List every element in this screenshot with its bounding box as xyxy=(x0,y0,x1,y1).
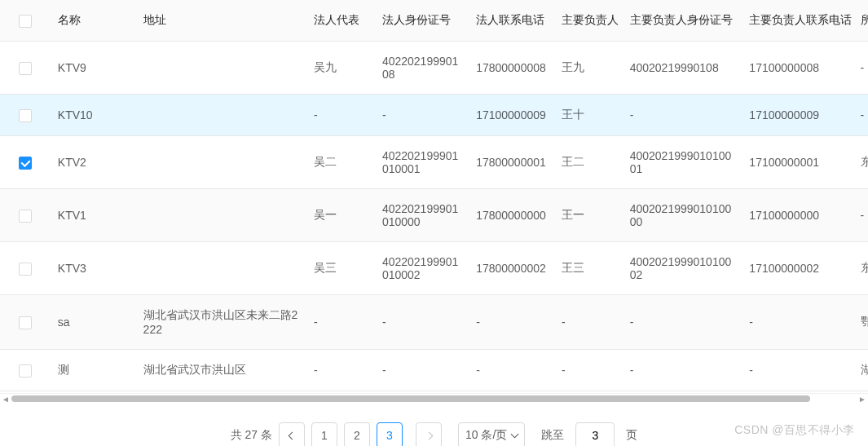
cell-principal: 王二 xyxy=(555,136,623,189)
header-principal-id: 主要负责人身份证号 xyxy=(623,0,743,42)
cell-region: 鄂州 xyxy=(854,295,868,350)
jump-suffix: 页 xyxy=(626,428,637,443)
row-checkbox[interactable] xyxy=(19,62,32,75)
cell-legal-rep: 吴三 xyxy=(307,242,376,295)
cell-region: - xyxy=(854,95,868,136)
cell-principal: - xyxy=(555,350,623,391)
page-size-label: 10 条/页 xyxy=(465,428,507,443)
next-page-button[interactable] xyxy=(416,422,442,446)
row-checkbox-cell xyxy=(0,295,51,350)
cell-legal-phone: 17100000009 xyxy=(469,95,555,136)
chevron-left-icon xyxy=(288,431,296,439)
row-checkbox-cell xyxy=(0,136,51,189)
cell-principal-phone: 17100000009 xyxy=(742,95,853,136)
row-checkbox[interactable] xyxy=(19,109,32,122)
cell-principal-phone: 17100000008 xyxy=(742,42,853,95)
cell-name: KTV9 xyxy=(51,42,137,95)
header-principal-phone: 主要负责人联系电话 xyxy=(742,0,853,42)
header-region: 所属 xyxy=(854,0,868,42)
table-body: KTV9吴九4022021999010817800000008王九4002021… xyxy=(0,42,868,391)
row-checkbox[interactable] xyxy=(19,210,32,223)
table-row[interactable]: KTV1吴一40220219990101000017800000000王一400… xyxy=(0,189,868,242)
table-row[interactable]: KTV9吴九4022021999010817800000008王九4002021… xyxy=(0,42,868,95)
page-size-select[interactable]: 10 条/页 xyxy=(458,422,525,446)
row-checkbox-cell xyxy=(0,242,51,295)
cell-legal-id: - xyxy=(376,295,469,350)
cell-legal-rep: 吴一 xyxy=(307,189,376,242)
row-checkbox[interactable] xyxy=(19,263,32,276)
cell-legal-phone: 17800000002 xyxy=(469,242,555,295)
header-name: 名称 xyxy=(51,0,137,42)
row-checkbox-cell xyxy=(0,350,51,391)
header-legal-phone: 法人联系电话 xyxy=(469,0,555,42)
table-row[interactable]: 测湖北省武汉市洪山区------湖北 xyxy=(0,350,868,391)
header-legal-id: 法人身份证号 xyxy=(376,0,469,42)
prev-page-button[interactable] xyxy=(279,422,305,446)
cell-principal: 王三 xyxy=(555,242,623,295)
row-checkbox[interactable] xyxy=(19,364,32,378)
cell-principal-id: - xyxy=(623,350,743,391)
cell-legal-phone: 17800000000 xyxy=(469,189,555,242)
cell-legal-id: 40220219990108 xyxy=(376,42,469,95)
cell-legal-phone: - xyxy=(469,295,555,350)
cell-principal: 王九 xyxy=(555,42,623,95)
horizontal-scrollbar[interactable]: ◄ ► xyxy=(0,393,868,403)
cell-address xyxy=(137,242,308,295)
chevron-right-icon xyxy=(425,431,433,439)
cell-address xyxy=(137,189,308,242)
cell-region: 东门 xyxy=(854,136,868,189)
cell-legal-rep: 吴九 xyxy=(307,42,376,95)
table-row[interactable]: KTV2吴二40220219990101000117800000001王二400… xyxy=(0,136,868,189)
page-button-3[interactable]: 3 xyxy=(377,422,403,446)
cell-principal-id: 400202199901010000 xyxy=(623,189,743,242)
select-all-checkbox[interactable] xyxy=(19,15,32,28)
header-legal-rep: 法人代表 xyxy=(307,0,376,42)
cell-principal-id: 400202199901010001 xyxy=(623,136,743,189)
cell-principal-id: - xyxy=(623,95,743,136)
table-scroll-wrapper: 名称 地址 法人代表 法人身份证号 法人联系电话 主要负责人 主要负责人身份证号… xyxy=(0,0,868,391)
total-label: 共 27 条 xyxy=(231,428,272,443)
table-header-row: 名称 地址 法人代表 法人身份证号 法人联系电话 主要负责人 主要负责人身份证号… xyxy=(0,0,868,42)
cell-region: 东门 xyxy=(854,242,868,295)
cell-principal-id: - xyxy=(623,295,743,350)
table-row[interactable]: sa湖北省武汉市洪山区未来二路2222------鄂州 xyxy=(0,295,868,350)
row-checkbox[interactable] xyxy=(19,157,32,170)
header-checkbox-cell xyxy=(0,0,51,42)
cell-address: 湖北省武汉市洪山区 xyxy=(137,350,308,391)
cell-region: - xyxy=(854,42,868,95)
table-row[interactable]: KTV3吴三40220219990101000217800000002王三400… xyxy=(0,242,868,295)
scroll-left-icon[interactable]: ◄ xyxy=(2,395,10,404)
cell-legal-rep: - xyxy=(307,95,376,136)
row-checkbox[interactable] xyxy=(19,316,32,329)
cell-legal-phone: - xyxy=(469,350,555,391)
cell-legal-id: 402202199901010000 xyxy=(376,189,469,242)
row-checkbox-cell xyxy=(0,189,51,242)
jump-label: 跳至 xyxy=(541,428,564,443)
cell-address xyxy=(137,136,308,189)
row-checkbox-cell xyxy=(0,95,51,136)
scroll-right-icon[interactable]: ► xyxy=(858,395,866,404)
page-button-1[interactable]: 1 xyxy=(311,422,337,446)
cell-name: KTV10 xyxy=(51,95,137,136)
jump-page-input[interactable] xyxy=(575,422,615,446)
cell-name: KTV1 xyxy=(51,189,137,242)
cell-legal-phone: 17800000008 xyxy=(469,42,555,95)
cell-name: KTV3 xyxy=(51,242,137,295)
table-row[interactable]: KTV10--17100000009王十-17100000009- xyxy=(0,95,868,136)
cell-legal-id: 402202199901010001 xyxy=(376,136,469,189)
cell-legal-rep: - xyxy=(307,350,376,391)
page-button-2[interactable]: 2 xyxy=(344,422,370,446)
cell-name: sa xyxy=(51,295,137,350)
pagination: 共 27 条 123 10 条/页 跳至 页 xyxy=(0,422,868,446)
chevron-down-icon xyxy=(511,430,519,438)
cell-address: 湖北省武汉市洪山区未来二路2222 xyxy=(137,295,308,350)
cell-principal: 王十 xyxy=(555,95,623,136)
cell-legal-rep: 吴二 xyxy=(307,136,376,189)
cell-name: 测 xyxy=(51,350,137,391)
cell-region: 湖北 xyxy=(854,350,868,391)
cell-address xyxy=(137,95,308,136)
cell-address xyxy=(137,42,308,95)
scrollbar-thumb[interactable] xyxy=(11,395,810,402)
cell-legal-phone: 17800000001 xyxy=(469,136,555,189)
row-checkbox-cell xyxy=(0,42,51,95)
